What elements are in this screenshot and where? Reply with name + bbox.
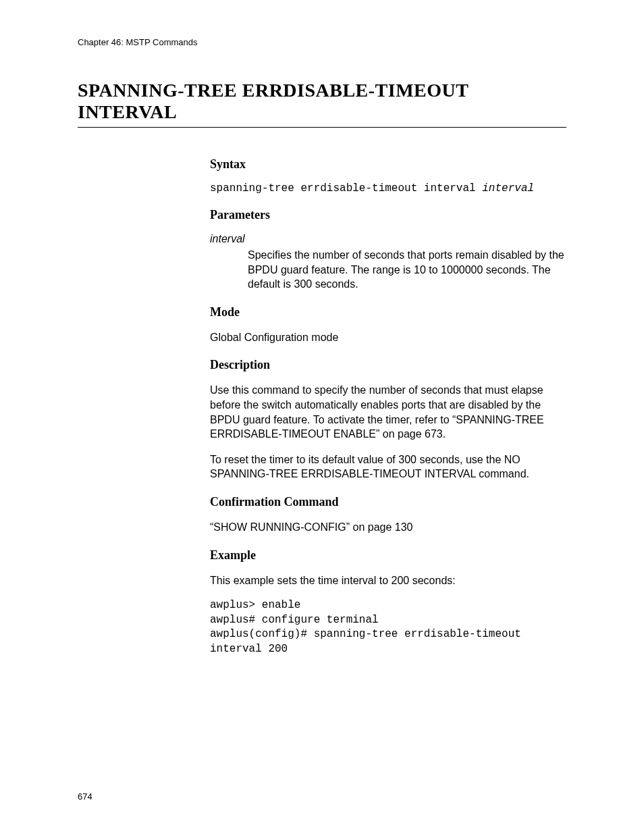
confirmation-text: “SHOW RUNNING-CONFIG” on page 130 (210, 520, 566, 535)
parameters-heading: Parameters (210, 208, 566, 222)
confirmation-heading: Confirmation Command (210, 495, 566, 509)
example-heading: Example (210, 548, 566, 563)
mode-text: Global Configuration mode (210, 330, 566, 345)
page-container: Chapter 46: MSTP Commands SPANNING-TREE … (0, 0, 644, 657)
page-number: 674 (78, 791, 92, 802)
example-intro: This example sets the time interval to 2… (210, 573, 566, 588)
description-p1: Use this command to specify the number o… (210, 383, 566, 441)
chapter-header: Chapter 46: MSTP Commands (78, 37, 566, 47)
mode-heading: Mode (210, 305, 566, 319)
description-heading: Description (210, 358, 566, 372)
param-desc: Specifies the number of seconds that por… (248, 248, 566, 292)
description-p2: To reset the timer to its default value … (210, 452, 566, 481)
example-code: awplus> enable awplus# configure termina… (210, 598, 566, 656)
syntax-command-text: spanning-tree errdisable-timeout interva… (210, 182, 482, 194)
content-body: Syntax spanning-tree errdisable-timeout … (210, 157, 566, 657)
page-title: SPANNING-TREE ERRDISABLE-TIMEOUT INTERVA… (78, 80, 566, 128)
syntax-command-arg: interval (482, 182, 534, 194)
syntax-heading: Syntax (210, 157, 566, 172)
syntax-command: spanning-tree errdisable-timeout interva… (210, 182, 566, 194)
param-name: interval (210, 233, 566, 245)
